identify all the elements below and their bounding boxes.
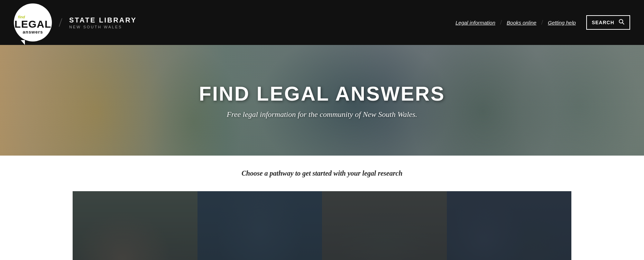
nav-books-online[interactable]: Books online [507,20,536,26]
site-logo[interactable]: find LEGAL answers [14,3,52,41]
card-family-overlay [73,191,197,260]
card-neighbours-overlay [197,191,322,260]
library-sub: NEW SOUTH WALES [69,25,137,29]
card-neighbours-label: Neighbours, housing andthe environment [197,254,291,260]
hero-content: FIND LEGAL ANSWERS Free legal informatio… [199,82,445,119]
card-police-overlay [447,191,572,260]
site-header: find LEGAL answers / STATE LIBRARY NEW S… [0,0,644,45]
pathway-section: Choose a pathway to get started with you… [0,156,644,260]
state-library-branding: STATE LIBRARY NEW SOUTH WALES [69,16,137,29]
nav-getting-help[interactable]: Getting help [548,20,576,26]
card-family[interactable]: Family, relationships andchildren [73,191,197,260]
main-nav: Legal information / Books online / Getti… [456,15,630,30]
card-wills[interactable]: Wills, estates andplanning ahead [322,191,447,260]
card-police[interactable]: Police and crime [447,191,572,260]
card-wills-label: Wills, estates andplanning ahead [322,254,392,260]
pathway-label: Choose a pathway to get started with you… [0,169,644,177]
hero-banner: FIND LEGAL ANSWERS Free legal informatio… [0,45,644,156]
hero-title: FIND LEGAL ANSWERS [199,82,445,105]
logo-legal-text: LEGAL [15,19,52,29]
category-cards: Family, relationships andchildren Neighb… [0,191,644,260]
header-divider: / [59,15,62,30]
search-icon [618,19,625,26]
card-neighbours[interactable]: Neighbours, housing andthe environment [197,191,322,260]
hero-subtitle: Free legal information for the community… [199,110,445,119]
card-family-label: Family, relationships andchildren [73,254,166,260]
search-label: SEARCH [592,20,614,25]
svg-point-0 [619,19,623,23]
search-box[interactable]: SEARCH [586,15,630,30]
nav-sep-2: / [541,19,543,26]
logo-answers-text: answers [22,29,43,35]
nav-legal-information[interactable]: Legal information [456,20,495,26]
library-name: STATE LIBRARY [69,16,137,24]
card-wills-overlay [322,191,447,260]
nav-sep-1: / [500,19,502,26]
svg-line-1 [623,23,624,25]
